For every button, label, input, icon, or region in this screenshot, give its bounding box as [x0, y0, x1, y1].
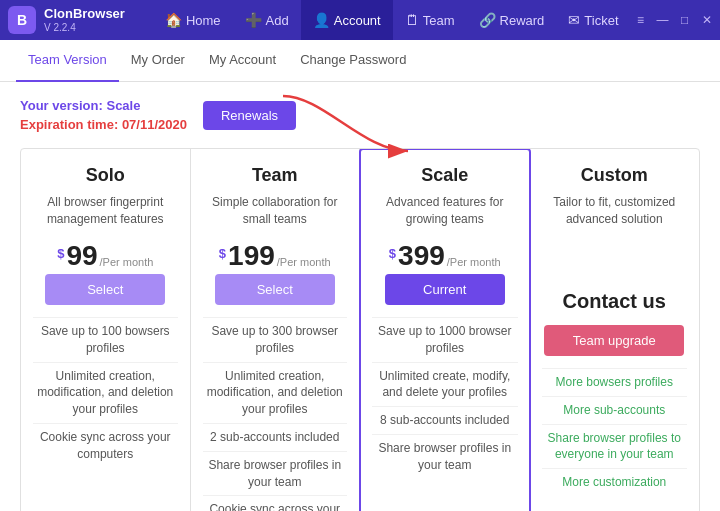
- plan-solo-currency: $: [57, 246, 64, 261]
- plan-team-per: /Per month: [277, 256, 331, 268]
- plan-team-price: $ 199 /Per month: [219, 242, 331, 270]
- custom-feature-2: More sub-accounts: [542, 396, 688, 424]
- plan-scale-currency: $: [389, 246, 396, 261]
- plan-solo-amount: 99: [66, 242, 97, 270]
- app-logo: B: [8, 6, 36, 34]
- plan-scale-current-button[interactable]: Current: [385, 274, 505, 305]
- plans-grid: Solo All browser fingerprint management …: [20, 148, 700, 511]
- plan-scale-price: $ 399 /Per month: [389, 242, 501, 270]
- nav-team[interactable]: 🗒 Team: [393, 0, 467, 40]
- maximize-button[interactable]: □: [675, 10, 695, 30]
- team-feature-1: Save up to 300 browser profiles: [203, 317, 348, 362]
- renewals-button[interactable]: Renewals: [203, 101, 296, 130]
- plan-solo-per: /Per month: [100, 256, 154, 268]
- titlebar: B ClonBrowser V 2.2.4 🏠 Home ➕ Add 👤 Acc…: [0, 0, 720, 40]
- nav-add[interactable]: ➕ Add: [233, 0, 301, 40]
- custom-feature-1: More bowsers profiles: [542, 368, 688, 396]
- minimize-button[interactable]: —: [653, 10, 673, 30]
- menu-button[interactable]: ≡: [631, 10, 651, 30]
- close-button[interactable]: ✕: [697, 10, 717, 30]
- plan-custom-desc: Tailor to fit, customized advanced solut…: [542, 194, 688, 230]
- plan-solo-select-button[interactable]: Select: [45, 274, 165, 305]
- app-version: V 2.2.4: [44, 22, 125, 33]
- plan-scale-name: Scale: [421, 165, 468, 186]
- solo-feature-2: Unlimited creation, modification, and de…: [33, 362, 178, 423]
- main-nav: 🏠 Home ➕ Add 👤 Account 🗒 Team 🔗 Reward ✉…: [153, 0, 631, 40]
- nav-account[interactable]: 👤 Account: [301, 0, 393, 40]
- expiry-text: Expiration time: 07/11/2020: [20, 117, 187, 132]
- team-icon: 🗒: [405, 12, 419, 28]
- solo-feature-1: Save up to 100 bowsers profiles: [33, 317, 178, 362]
- plan-scale: Scale Advanced features for growing team…: [359, 148, 531, 511]
- reward-icon: 🔗: [479, 12, 496, 28]
- team-feature-4: Share browser profiles in your team: [203, 451, 348, 496]
- plan-solo-name: Solo: [86, 165, 125, 186]
- plan-solo: Solo All browser fingerprint management …: [21, 149, 191, 511]
- plan-scale-desc: Advanced features for growing teams: [372, 194, 518, 230]
- plan-team-desc: Simple collaboration for small teams: [203, 194, 348, 230]
- version-text: Your version: Scale: [20, 98, 187, 113]
- ticket-icon: ✉: [568, 12, 580, 28]
- tab-change-password[interactable]: Change Password: [288, 40, 418, 82]
- plan-solo-price: $ 99 /Per month: [57, 242, 153, 270]
- home-icon: 🏠: [165, 12, 182, 28]
- tab-my-account[interactable]: My Account: [197, 40, 288, 82]
- plan-team-currency: $: [219, 246, 226, 261]
- nav-ticket[interactable]: ✉ Ticket: [556, 0, 630, 40]
- nav-reward[interactable]: 🔗 Reward: [467, 0, 557, 40]
- plan-solo-desc: All browser fingerprint management featu…: [33, 194, 178, 230]
- solo-feature-3: Cookie sync across your computers: [33, 423, 178, 468]
- account-icon: 👤: [313, 12, 330, 28]
- plan-team: Team Simple collaboration for small team…: [191, 149, 361, 511]
- scale-feature-2: Unlimited create, modify, and delete you…: [372, 362, 518, 407]
- plan-solo-features: Save up to 100 bowsers profiles Unlimite…: [33, 317, 178, 468]
- scale-feature-1: Save up to 1000 browser profiles: [372, 317, 518, 362]
- scale-feature-3: 8 sub-accounts included: [372, 406, 518, 434]
- expiry-date: 07/11/2020: [122, 117, 187, 132]
- plan-custom-upgrade-button[interactable]: Team upgrade: [544, 325, 684, 356]
- add-icon: ➕: [245, 12, 262, 28]
- plan-custom: Custom Tailor to fit, customized advance…: [530, 149, 700, 511]
- team-feature-3: 2 sub-accounts included: [203, 423, 348, 451]
- plan-scale-per: /Per month: [447, 256, 501, 268]
- custom-feature-3: Share browser profiles to everyone in yo…: [542, 424, 688, 469]
- team-feature-2: Unlimited creation, modification, and de…: [203, 362, 348, 423]
- current-version: Scale: [106, 98, 140, 113]
- plan-custom-contact-label: Contact us: [542, 290, 688, 313]
- plan-team-features: Save up to 300 browser profiles Unlimite…: [203, 317, 348, 511]
- nav-home[interactable]: 🏠 Home: [153, 0, 233, 40]
- tab-my-order[interactable]: My Order: [119, 40, 197, 82]
- tab-team-version[interactable]: Team Version: [16, 40, 119, 82]
- plan-custom-name: Custom: [581, 165, 648, 186]
- plan-team-amount: 199: [228, 242, 275, 270]
- app-name: ClonBrowser: [44, 7, 125, 21]
- tabs-bar: Team Version My Order My Account Change …: [0, 40, 720, 82]
- plan-scale-amount: 399: [398, 242, 445, 270]
- version-info-row: Your version: Scale Expiration time: 07/…: [20, 98, 700, 132]
- team-feature-5: Cookie sync across your computers: [203, 495, 348, 511]
- window-controls: ≡ — □ ✕: [631, 10, 717, 30]
- content-area: Your version: Scale Expiration time: 07/…: [0, 82, 720, 511]
- custom-feature-4: More customization: [542, 468, 688, 496]
- scale-feature-4: Share browser profiles in your team: [372, 434, 518, 479]
- plan-team-select-button[interactable]: Select: [215, 274, 335, 305]
- plan-team-name: Team: [252, 165, 298, 186]
- plan-custom-features: More bowsers profiles More sub-accounts …: [542, 368, 688, 496]
- plan-scale-features: Save up to 1000 browser profiles Unlimit…: [372, 317, 518, 479]
